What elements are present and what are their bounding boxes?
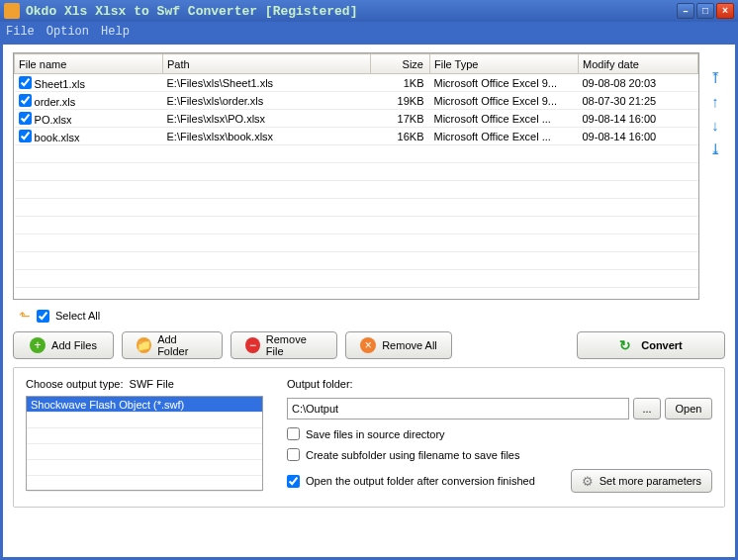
window-title: Okdo Xls Xlsx to Swf Converter [Register… xyxy=(26,4,677,19)
col-header-modify[interactable]: Modify date xyxy=(579,54,698,74)
action-buttons-row: + Add Files 📁 Add Folder − Remove File ×… xyxy=(13,331,725,359)
row-checkbox[interactable] xyxy=(19,76,32,89)
window-buttons: – □ × xyxy=(677,3,734,19)
output-type-item[interactable]: Shockwave Flash Object (*.swf) xyxy=(27,397,262,413)
cell-path: E:\Files\xls\order.xls xyxy=(163,92,371,110)
move-up-icon[interactable]: ↑ xyxy=(707,94,723,110)
subfolder-checkbox[interactable] xyxy=(287,448,300,461)
menu-file[interactable]: File xyxy=(6,25,35,39)
move-top-icon[interactable]: ⤒ xyxy=(707,70,723,86)
file-table: File name Path Size File Type Modify dat… xyxy=(14,53,698,300)
convert-button[interactable]: Convert xyxy=(577,331,725,359)
table-row[interactable]: PO.xlsxE:\Files\xlsx\PO.xlsx17KBMicrosof… xyxy=(15,110,698,128)
col-header-name[interactable]: File name xyxy=(15,54,163,74)
cell-size: 19KB xyxy=(371,92,430,110)
output-type-label: Choose output type: SWF File xyxy=(26,378,263,390)
add-folder-label: Add Folder xyxy=(157,333,208,357)
cell-modify: 09-08-14 16:00 xyxy=(579,110,698,128)
output-type-section: Choose output type: SWF File Shockwave F… xyxy=(26,378,263,493)
menu-option[interactable]: Option xyxy=(46,25,89,39)
minimize-button[interactable]: – xyxy=(677,3,694,19)
move-bottom-icon[interactable]: ⤓ xyxy=(707,141,723,157)
cell-size: 1KB xyxy=(371,74,430,92)
cell-path: E:\Files\xlsx\book.xlsx xyxy=(163,128,371,145)
cell-type: Microsoft Office Excel ... xyxy=(430,128,579,145)
menubar: File Option Help xyxy=(0,22,738,42)
remove-file-button[interactable]: − Remove File xyxy=(231,331,337,359)
table-row xyxy=(15,163,698,181)
output-folder-input[interactable] xyxy=(287,398,629,420)
cell-name: order.xls xyxy=(35,96,76,108)
table-row xyxy=(15,252,698,270)
subfolder-row: Create subfolder using filename to save … xyxy=(287,448,712,461)
list-item xyxy=(27,476,262,492)
app-icon xyxy=(4,3,20,19)
move-down-icon[interactable]: ↓ xyxy=(707,118,723,134)
cell-size: 16KB xyxy=(371,128,430,145)
open-after-row: Open the output folder after conversion … xyxy=(287,469,712,493)
cell-path: E:\Files\xls\Sheet1.xls xyxy=(163,74,371,92)
list-item xyxy=(27,460,262,476)
options-panel: Choose output type: SWF File Shockwave F… xyxy=(13,367,725,508)
file-list-area: File name Path Size File Type Modify dat… xyxy=(13,52,725,300)
table-row[interactable]: book.xlsxE:\Files\xlsx\book.xlsx16KBMicr… xyxy=(15,128,698,145)
output-folder-row: ... Open xyxy=(287,398,712,420)
open-after-checkbox[interactable] xyxy=(287,475,300,488)
subfolder-label: Create subfolder using filename to save … xyxy=(306,449,519,461)
cell-path: E:\Files\xlsx\PO.xlsx xyxy=(163,110,371,128)
table-row xyxy=(15,270,698,288)
set-parameters-button[interactable]: ⚙ Set more parameters xyxy=(571,469,712,493)
table-row[interactable]: order.xlsE:\Files\xls\order.xls19KBMicro… xyxy=(15,92,698,110)
cell-type: Microsoft Office Excel 9... xyxy=(430,74,579,92)
set-parameters-label: Set more parameters xyxy=(600,475,701,487)
file-table-wrap: File name Path Size File Type Modify dat… xyxy=(13,52,699,300)
cell-modify: 09-08-08 20:03 xyxy=(579,74,698,92)
remove-all-button[interactable]: × Remove All xyxy=(345,331,452,359)
convert-icon xyxy=(619,337,635,353)
list-item xyxy=(27,444,262,460)
select-all-checkbox[interactable] xyxy=(37,310,49,323)
minus-icon: − xyxy=(245,337,260,353)
table-row xyxy=(15,181,698,199)
output-type-list[interactable]: Shockwave Flash Object (*.swf) xyxy=(26,396,263,491)
cell-size: 17KB xyxy=(371,110,430,128)
open-folder-button[interactable]: Open xyxy=(665,398,712,420)
folder-icon: 📁 xyxy=(137,337,151,353)
table-row xyxy=(15,234,698,252)
reorder-arrows: ⤒ ↑ ↓ ⤓ xyxy=(705,52,725,300)
cell-name: PO.xlsx xyxy=(35,114,72,126)
col-header-type[interactable]: File Type xyxy=(430,54,579,74)
table-row xyxy=(15,217,698,234)
app-window: Okdo Xls Xlsx to Swf Converter [Register… xyxy=(0,0,738,560)
list-item xyxy=(27,428,262,444)
maximize-button[interactable]: □ xyxy=(696,3,714,19)
parent-folder-icon[interactable]: ⬑ xyxy=(19,308,31,324)
add-files-button[interactable]: + Add Files xyxy=(13,331,114,359)
row-checkbox[interactable] xyxy=(19,94,32,107)
select-all-label: Select All xyxy=(55,310,100,322)
open-after-label: Open the output folder after conversion … xyxy=(306,475,535,487)
table-header-row: File name Path Size File Type Modify dat… xyxy=(15,54,698,74)
table-row xyxy=(15,288,698,301)
col-header-size[interactable]: Size xyxy=(371,54,430,74)
content-area: File name Path Size File Type Modify dat… xyxy=(3,45,735,557)
close-button[interactable]: × xyxy=(716,3,734,19)
cell-name: book.xlsx xyxy=(35,132,80,143)
save-source-checkbox[interactable] xyxy=(287,427,300,440)
row-checkbox[interactable] xyxy=(19,130,32,142)
add-folder-button[interactable]: 📁 Add Folder xyxy=(122,331,223,359)
browse-button[interactable]: ... xyxy=(633,398,661,420)
plus-icon: + xyxy=(30,337,46,353)
col-header-path[interactable]: Path xyxy=(163,54,371,74)
row-checkbox[interactable] xyxy=(19,112,32,125)
cell-type: Microsoft Office Excel 9... xyxy=(430,92,579,110)
remove-all-label: Remove All xyxy=(382,339,437,351)
table-row[interactable]: Sheet1.xlsE:\Files\xls\Sheet1.xls1KBMicr… xyxy=(15,74,698,92)
table-row xyxy=(15,199,698,217)
select-all-row: ⬑ Select All xyxy=(13,308,725,324)
menu-help[interactable]: Help xyxy=(101,25,130,39)
save-source-row: Save files in source directory xyxy=(287,427,712,440)
cell-modify: 08-07-30 21:25 xyxy=(579,92,698,110)
convert-label: Convert xyxy=(641,339,683,351)
remove-file-label: Remove File xyxy=(266,333,323,357)
